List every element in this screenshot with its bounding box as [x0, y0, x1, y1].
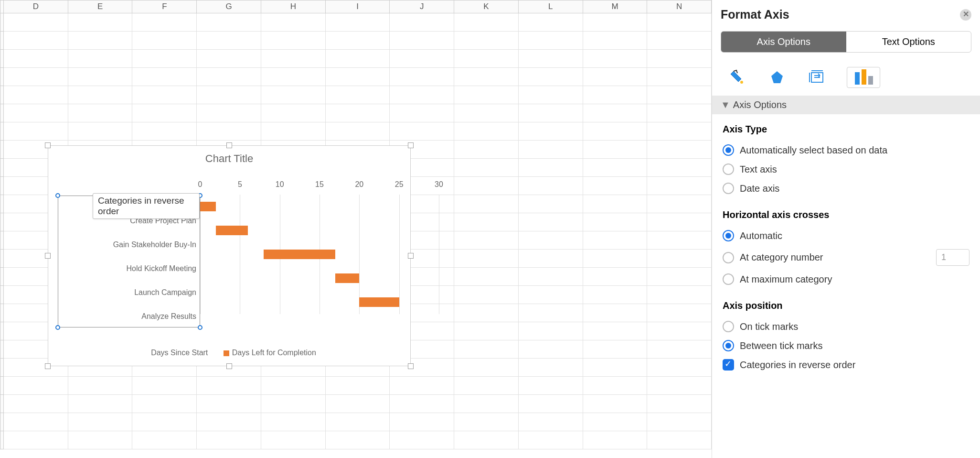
cell[interactable]	[583, 340, 648, 359]
cell[interactable]	[454, 431, 519, 449]
cell[interactable]	[4, 377, 68, 395]
cell[interactable]	[68, 377, 133, 395]
cell[interactable]	[583, 122, 648, 141]
cell[interactable]	[519, 13, 583, 32]
col-header-D[interactable]: D	[4, 0, 68, 13]
cell[interactable]	[519, 304, 583, 322]
radio-between-tick-marks[interactable]	[723, 340, 734, 351]
data-bar[interactable]	[335, 273, 359, 283]
cell[interactable]	[454, 13, 519, 32]
cell[interactable]	[454, 250, 519, 268]
cell[interactable]	[68, 50, 133, 68]
cell[interactable]	[583, 32, 648, 50]
cell[interactable]	[519, 340, 583, 359]
cell[interactable]	[68, 431, 133, 449]
cell[interactable]	[4, 431, 68, 449]
cell[interactable]	[519, 86, 583, 104]
cell[interactable]	[4, 32, 68, 50]
cell[interactable]	[519, 213, 583, 231]
crosses-category-input[interactable]	[936, 249, 969, 266]
cell[interactable]	[583, 104, 648, 122]
cell[interactable]	[454, 340, 519, 359]
cell[interactable]	[68, 32, 133, 50]
chart-object[interactable]: Chart Title 051015202530 Create Project …	[48, 145, 411, 366]
checkbox-reverse-order[interactable]	[723, 359, 734, 371]
cell[interactable]	[132, 413, 197, 431]
cell[interactable]	[519, 32, 583, 50]
selection-handle[interactable]	[55, 325, 60, 330]
cell[interactable]	[647, 13, 712, 32]
size-properties-icon[interactable]	[807, 67, 828, 88]
cell[interactable]	[4, 86, 68, 104]
cell[interactable]	[326, 395, 390, 413]
cell[interactable]	[454, 231, 519, 250]
cell[interactable]	[454, 195, 519, 213]
cell[interactable]	[261, 68, 326, 86]
radio-crosses-auto[interactable]	[723, 230, 734, 241]
radio-on-tick-marks[interactable]	[723, 321, 734, 332]
cell[interactable]	[647, 359, 712, 377]
cell[interactable]	[68, 13, 133, 32]
radio-text-axis[interactable]	[723, 164, 734, 175]
cell[interactable]	[647, 340, 712, 359]
cell[interactable]	[647, 86, 712, 104]
cell[interactable]	[583, 231, 648, 250]
cell[interactable]	[326, 86, 390, 104]
cell[interactable]	[197, 413, 261, 431]
col-header-J[interactable]: J	[390, 0, 454, 13]
cell[interactable]	[583, 195, 648, 213]
cell[interactable]	[132, 50, 197, 68]
col-header-L[interactable]: L	[519, 0, 583, 13]
cell[interactable]	[390, 122, 454, 141]
cell[interactable]	[647, 213, 712, 231]
radio-date-axis[interactable]	[723, 183, 734, 194]
cell[interactable]	[454, 304, 519, 322]
col-header-I[interactable]: I	[326, 0, 390, 13]
cell[interactable]	[197, 86, 261, 104]
cell[interactable]	[4, 50, 68, 68]
cell[interactable]	[583, 177, 648, 195]
cell[interactable]	[261, 86, 326, 104]
effects-icon[interactable]	[767, 67, 788, 88]
cell[interactable]	[583, 250, 648, 268]
cell[interactable]	[261, 50, 326, 68]
cell[interactable]	[390, 86, 454, 104]
cell[interactable]	[4, 122, 68, 141]
cell[interactable]	[519, 177, 583, 195]
radio-crosses-at-category[interactable]	[723, 252, 734, 263]
cell[interactable]	[519, 250, 583, 268]
cell[interactable]	[647, 195, 712, 213]
close-icon[interactable]: ✕	[960, 9, 971, 21]
cell[interactable]	[647, 104, 712, 122]
cell[interactable]	[454, 122, 519, 141]
cell[interactable]	[647, 431, 712, 449]
cell[interactable]	[519, 68, 583, 86]
cell[interactable]	[647, 250, 712, 268]
cell[interactable]	[647, 141, 712, 159]
cell[interactable]	[197, 431, 261, 449]
tab-text-options[interactable]: Text Options	[846, 32, 971, 52]
cell[interactable]	[390, 32, 454, 50]
cell[interactable]	[261, 13, 326, 32]
cell[interactable]	[261, 377, 326, 395]
col-header-H[interactable]: H	[261, 0, 326, 13]
fill-line-icon[interactable]	[726, 67, 747, 88]
col-header-M[interactable]: M	[583, 0, 648, 13]
cell[interactable]	[583, 68, 648, 86]
plot-area[interactable]: 051015202530	[200, 180, 439, 314]
cell[interactable]	[583, 322, 648, 340]
tab-axis-options[interactable]: Axis Options	[721, 32, 846, 52]
cell[interactable]	[454, 322, 519, 340]
cell[interactable]	[326, 13, 390, 32]
cell[interactable]	[583, 395, 648, 413]
cell[interactable]	[454, 159, 519, 177]
cell[interactable]	[132, 431, 197, 449]
cell[interactable]	[454, 213, 519, 231]
cell[interactable]	[261, 395, 326, 413]
cell[interactable]	[261, 32, 326, 50]
cell[interactable]	[4, 413, 68, 431]
cell[interactable]	[647, 231, 712, 250]
cell[interactable]	[197, 32, 261, 50]
cell[interactable]	[519, 104, 583, 122]
cell[interactable]	[647, 50, 712, 68]
